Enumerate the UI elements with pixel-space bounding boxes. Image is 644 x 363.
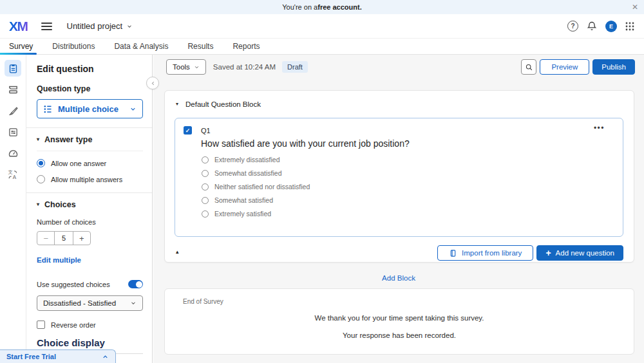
svg-text:A: A (12, 174, 16, 180)
tab-data-analysis[interactable]: Data & Analysis (114, 42, 168, 51)
radio-label: Allow one answer (51, 160, 106, 167)
answer-type-section-header[interactable]: ▾ Answer type (37, 135, 143, 144)
question-card-q1[interactable]: ✓ Q1 How satisfied are you with your cur… (175, 118, 623, 237)
publish-label: Publish (601, 63, 626, 71)
answer-type-label: Answer type (44, 135, 92, 144)
search-button[interactable] (521, 59, 536, 75)
chevron-up-icon (102, 353, 109, 360)
import-from-library-button[interactable]: Import from library (437, 245, 533, 261)
use-suggested-choices-label: Use suggested choices (37, 281, 110, 288)
tools-label: Tools (173, 63, 190, 71)
divider (26, 127, 152, 128)
checkmark-icon: ✓ (185, 127, 191, 134)
free-account-banner: You're on a free account. ✕ (0, 0, 644, 14)
help-icon[interactable]: ? (567, 21, 578, 32)
clipboard-icon (8, 63, 19, 74)
chevron-down-icon (130, 300, 137, 306)
saved-status-text: Saved at 10:24 AM (213, 63, 276, 71)
multiple-choice-icon (43, 104, 53, 114)
choice-label: Extremely satisfied (214, 210, 271, 218)
choice-option: Neither satisfied nor dissatisfied (202, 183, 310, 191)
rail-item-survey-builder[interactable] (5, 60, 21, 77)
preview-label: Preview (551, 63, 578, 71)
reverse-order-checkbox-row[interactable]: Reverse order (37, 321, 143, 329)
radio-allow-multiple-answers[interactable]: Allow multiple answers (37, 175, 143, 183)
reverse-order-label: Reverse order (51, 321, 96, 329)
rail-item-translations[interactable]: 文A (5, 166, 21, 183)
block-title: Default Question Block (185, 100, 261, 108)
question-type-select[interactable]: Multiple choice (37, 99, 143, 118)
choice-label: Somewhat dissatisfied (214, 169, 281, 177)
gauge-icon (8, 148, 19, 159)
suggested-choices-toggle[interactable] (128, 280, 143, 288)
close-icon[interactable]: ✕ (632, 3, 638, 11)
question-type-label: Question type (37, 84, 143, 93)
radio-unselected-icon (202, 170, 209, 177)
choice-label: Somewhat satisfied (214, 196, 273, 204)
survey-toolbar: Tools Saved at 10:24 AM Draft Preview Pu… (166, 59, 635, 75)
decrement-button[interactable]: − (37, 232, 54, 245)
block-footer-buttons: Import from library + Add new question (437, 245, 623, 261)
question-checkbox-checked[interactable]: ✓ (184, 126, 192, 135)
choice-option: Extremely satisfied (202, 210, 310, 218)
tab-distributions[interactable]: Distributions (52, 42, 95, 51)
chevron-down-icon (126, 23, 133, 30)
banner-text-bold: free account. (317, 3, 361, 11)
question-menu-ellipsis-icon[interactable]: ••• (594, 124, 605, 133)
choices-section-header[interactable]: ▾ Choices (37, 200, 143, 209)
preview-button[interactable]: Preview (540, 59, 589, 75)
choice-count-value: 5 (54, 232, 73, 245)
project-name-menu[interactable]: Untitled project (67, 21, 133, 31)
publish-button[interactable]: Publish (592, 59, 635, 75)
increment-button[interactable]: + (73, 232, 90, 245)
tab-reports[interactable]: Reports (232, 42, 260, 51)
edit-question-panel: Edit question Question type Multiple cho… (26, 55, 153, 363)
chevron-down-icon (129, 106, 137, 113)
survey-canvas-area: Tools Saved at 10:24 AM Draft Preview Pu… (153, 55, 644, 363)
paintbrush-icon (8, 106, 19, 116)
chevron-down-icon: ▾ (37, 202, 39, 207)
collapse-block-icon[interactable]: ▾ (176, 102, 178, 107)
choice-option: Extremely dissatisfied (202, 156, 310, 163)
collapse-questions-icon[interactable]: ▴ (176, 248, 179, 255)
user-avatar[interactable]: E (605, 21, 617, 32)
add-new-question-button[interactable]: + Add new question (536, 245, 623, 261)
chevron-down-icon: ▾ (37, 137, 39, 142)
suggested-choices-select[interactable]: Dissatisfied - Satisfied (37, 295, 143, 311)
tab-results[interactable]: Results (187, 42, 213, 51)
tab-survey[interactable]: Survey (9, 42, 33, 51)
notifications-bell-icon[interactable] (587, 21, 597, 32)
rail-item-survey-options[interactable] (5, 124, 21, 140)
collapse-panel-button[interactable] (146, 77, 159, 89)
use-suggested-choices-row: Use suggested choices (37, 280, 143, 288)
tools-button[interactable]: Tools (166, 59, 206, 75)
block-header: ▾ Default Question Block (176, 100, 261, 108)
choice-label: Extremely dissatisfied (214, 156, 280, 163)
rail-item-quotas[interactable] (5, 145, 21, 162)
xm-logo[interactable]: XM (9, 19, 28, 34)
book-icon (449, 249, 457, 257)
rail-item-survey-flow[interactable] (5, 81, 21, 98)
radio-selected-icon (37, 159, 45, 167)
plus-icon: + (545, 248, 551, 257)
question-text[interactable]: How satisfied are you with your current … (201, 138, 410, 149)
search-icon (525, 63, 533, 71)
hamburger-menu-icon[interactable] (41, 21, 52, 32)
suggested-choices-value: Dissatisfied - Satisfied (43, 299, 130, 307)
sliders-icon (8, 127, 19, 138)
chevron-left-icon (150, 80, 156, 86)
panel-title: Edit question (37, 64, 143, 74)
checkbox-unchecked-icon (37, 321, 45, 329)
radio-allow-one-answer[interactable]: Allow one answer (37, 159, 143, 167)
chevron-down-icon (194, 64, 200, 70)
app-grid-icon[interactable] (625, 22, 634, 31)
radio-unselected-icon (202, 210, 209, 218)
radio-unselected-icon (202, 183, 209, 191)
end-of-survey-block[interactable]: End of Survey We thank you for your time… (164, 288, 634, 355)
banner-text: You're on a (282, 3, 317, 11)
rail-item-look-and-feel[interactable] (5, 102, 21, 119)
edit-multiple-link[interactable]: Edit multiple (37, 256, 81, 264)
start-free-trial-bar[interactable]: Start Free Trial (0, 349, 116, 363)
radio-unselected-icon (202, 156, 209, 163)
add-block-link[interactable]: Add Block (153, 274, 644, 282)
